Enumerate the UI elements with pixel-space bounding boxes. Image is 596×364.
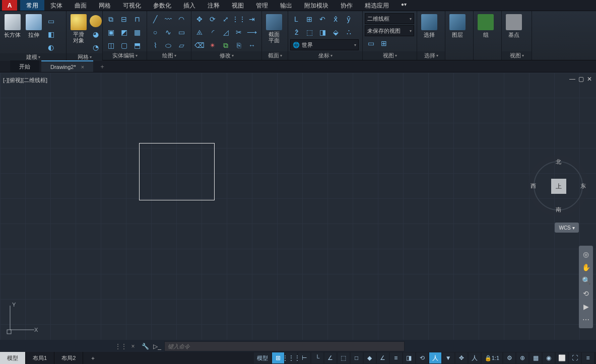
array-icon[interactable]: ⋮⋮	[233, 13, 245, 25]
ucs-icon-display[interactable]: Y X	[6, 302, 38, 334]
layout-tab-1[interactable]: 布局1	[26, 352, 54, 364]
app-logo[interactable]: A	[2, 0, 17, 11]
ucs-y-icon[interactable]: ŷ	[343, 13, 355, 25]
presspull-icon[interactable]: ◧	[45, 28, 57, 40]
quick-properties-toggle[interactable]: ▦	[529, 352, 542, 363]
mirror3d-icon[interactable]: ⧌	[193, 26, 206, 38]
section-button[interactable]: 截面 平面	[264, 13, 284, 44]
offset-face-icon[interactable]: ▦	[131, 26, 143, 38]
extrude-face-icon[interactable]: ▣	[105, 26, 117, 38]
copy-icon[interactable]: ⎘	[233, 39, 245, 51]
menu-tab-visualize[interactable]: 可视化	[117, 0, 147, 11]
menu-tab-featured[interactable]: 精选应用	[359, 0, 395, 11]
nav-pan-icon[interactable]: ✋	[579, 261, 593, 274]
infer-constraints-toggle[interactable]: ⊢	[298, 352, 310, 363]
customization-button[interactable]: ≡	[582, 352, 594, 363]
rectangle-icon[interactable]: ▭	[175, 26, 187, 38]
menu-overflow[interactable]: ●▾	[398, 0, 410, 11]
rotate3d-icon[interactable]: ⟳	[207, 13, 219, 25]
scale3d-icon[interactable]: ⤢	[220, 13, 232, 25]
spline-icon[interactable]: ∿	[162, 26, 174, 38]
compass-south[interactable]: 南	[556, 206, 561, 213]
osnap-toggle[interactable]: □	[351, 352, 363, 363]
explode-icon[interactable]: ✴	[207, 39, 219, 51]
panel-section-label[interactable]: 截面	[262, 51, 288, 60]
base-button[interactable]: 基点	[504, 13, 524, 40]
stretch-icon[interactable]: ↔	[246, 39, 258, 51]
offset-icon[interactable]: ⧉	[220, 39, 232, 51]
otrack-toggle[interactable]: ∠	[377, 352, 389, 363]
workspace-switching[interactable]: ⚙	[503, 352, 515, 363]
lineweight-toggle[interactable]: ≡	[390, 352, 402, 363]
panel-view-label[interactable]: 视图	[363, 51, 417, 60]
arc-icon[interactable]: ◠	[175, 13, 187, 25]
panel-draw-label[interactable]: 绘图	[147, 51, 191, 60]
menu-tab-mesh[interactable]: 网格	[93, 0, 117, 11]
visual-style-combo[interactable]: 二维线框	[365, 13, 414, 24]
ucs-icon[interactable]: L	[290, 13, 302, 25]
slice-icon[interactable]: ◫	[105, 39, 117, 51]
selection-filter-toggle[interactable]: ▼	[442, 352, 454, 363]
compass-east[interactable]: 东	[580, 182, 586, 190]
add-layout-button[interactable]: ＋	[83, 352, 103, 364]
group-button[interactable]: 组	[476, 13, 496, 40]
menu-tab-solid[interactable]: 实体	[44, 0, 69, 11]
mesh-refine-icon[interactable]: ◔	[90, 41, 102, 53]
thicken-icon[interactable]: ⬒	[131, 39, 143, 51]
line-icon[interactable]: ╱	[149, 13, 161, 25]
nav-showmotion-icon[interactable]: ▶	[579, 300, 593, 313]
panel-mesh-label[interactable]: 网格	[67, 53, 102, 61]
menu-tab-home[interactable]: 常用	[20, 0, 44, 11]
region-icon[interactable]: ▱	[175, 39, 187, 51]
layout-tab-model[interactable]: 模型	[0, 352, 26, 364]
ucs-prev-icon[interactable]: ↶	[316, 13, 328, 25]
nav-wheel-icon[interactable]: ◎	[579, 248, 593, 261]
panel-select-label[interactable]: 选择	[417, 51, 445, 60]
view-config-icon[interactable]: ⊞	[378, 37, 390, 49]
cube-top-face[interactable]: 上	[551, 179, 566, 194]
menu-tab-insert[interactable]: 插入	[177, 0, 202, 11]
fillet-icon[interactable]: ◜	[207, 26, 219, 38]
chamfer-icon[interactable]: ◿	[220, 26, 232, 38]
ellipse-icon[interactable]: ⬭	[162, 39, 174, 51]
panel-coord-label[interactable]: 坐标	[288, 51, 362, 60]
polar-toggle[interactable]: ∠	[324, 352, 337, 363]
panel-modify-label[interactable]: 修改	[191, 51, 261, 60]
clean-screen-toggle[interactable]: ⛶	[569, 352, 581, 363]
intersect-icon[interactable]: ⊓	[131, 13, 143, 25]
taper-face-icon[interactable]: ◩	[118, 26, 130, 38]
mesh-more-icon[interactable]	[90, 15, 102, 27]
saved-view-combo[interactable]: 未保存的视图	[365, 25, 414, 36]
close-viewport-icon[interactable]: ✕	[587, 76, 592, 83]
units-toggle[interactable]: ⊕	[516, 352, 528, 363]
isodraft-toggle[interactable]: ⬚	[338, 352, 350, 363]
cmd-customize-icon[interactable]: 🔧	[140, 341, 150, 351]
union-icon[interactable]: ⧉	[105, 13, 117, 25]
shell-icon[interactable]: ▢	[118, 39, 130, 51]
nav-more-icon[interactable]: ⋯	[579, 313, 593, 326]
file-tab-start[interactable]: 开始	[10, 60, 39, 72]
align-icon[interactable]: ⇥	[246, 13, 258, 25]
menu-tab-addins[interactable]: 附加模块	[298, 0, 335, 11]
menu-tab-annotate[interactable]: 注释	[202, 0, 226, 11]
drawn-rectangle[interactable]	[139, 143, 215, 200]
command-input[interactable]	[164, 341, 405, 351]
smooth-button[interactable]: 平滑 对象	[69, 13, 89, 44]
file-tab-drawing2[interactable]: Drawing2*×	[41, 60, 93, 72]
ucs-z-icon[interactable]: ẑ	[290, 26, 302, 38]
selection-cycling-toggle[interactable]: ⟲	[416, 352, 428, 363]
close-icon[interactable]: ×	[81, 64, 84, 70]
polyline-icon[interactable]: 〰	[162, 13, 174, 25]
ucs-x-icon[interactable]: x̂	[329, 13, 342, 25]
add-tab-button[interactable]: ＋	[95, 60, 109, 72]
nav-orbit-icon[interactable]: ⟲	[579, 287, 593, 300]
ucs-face-icon[interactable]: ◨	[316, 26, 328, 38]
panel-solidedit-label[interactable]: 实体编辑	[103, 51, 147, 60]
ucs-obj-icon[interactable]: ⬙	[329, 26, 342, 38]
extrude-button[interactable]: 拉伸	[24, 13, 44, 40]
menu-tab-output[interactable]: 输出	[274, 0, 298, 11]
world-combo[interactable]: 🌐世界	[290, 39, 359, 50]
status-model-toggle[interactable]: 模型	[254, 352, 271, 363]
3dosnap-toggle[interactable]: ◆	[364, 352, 376, 363]
cmd-handle-icon[interactable]: ⋮⋮	[116, 341, 126, 351]
